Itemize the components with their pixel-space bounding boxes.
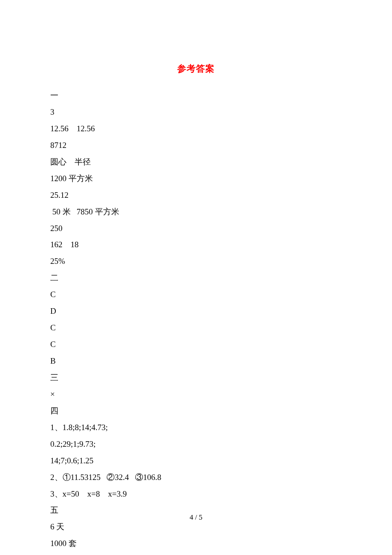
answer-line: C	[50, 320, 342, 336]
section-header-2: 二	[50, 270, 342, 286]
answer-line: 8712	[50, 137, 342, 154]
answer-line: ×	[50, 386, 342, 403]
answer-line: 14;7;0.6;1.25	[50, 453, 342, 469]
section-header-3: 三	[50, 370, 342, 386]
answer-line: 25%	[50, 253, 342, 270]
answer-line: 1、1.8;8;14;4.73;	[50, 419, 342, 436]
answer-line: 250	[50, 220, 342, 237]
answer-line: 50 米 7850 平方米	[50, 204, 342, 220]
section-header-4: 四	[50, 403, 342, 419]
document-page: 参考答案 一 3 12.56 12.56 8712 圆心 半径 1200 平方米…	[0, 0, 392, 555]
answer-line: B	[50, 353, 342, 370]
answer-line: C	[50, 286, 342, 303]
answer-line: 3、x=50 x=8 x=3.9	[50, 486, 342, 503]
page-number: 4 / 5	[0, 510, 392, 525]
answer-line: 2、①11.53125 ②32.4 ③106.8	[50, 469, 342, 486]
answer-line: 0.2;29;1;9.73;	[50, 436, 342, 453]
answer-line: 12.56 12.56	[50, 121, 342, 137]
answer-line: 25.12	[50, 187, 342, 204]
answer-line: 162 18	[50, 237, 342, 253]
answer-line: 1000 套	[50, 535, 342, 552]
answer-line: C	[50, 336, 342, 353]
answer-line: 3	[50, 104, 342, 121]
section-header-1: 一	[50, 87, 342, 104]
answer-line: D	[50, 303, 342, 320]
answer-line: 圆心 半径	[50, 154, 342, 171]
answer-line: 选射程 10 米的装置；安装在草坪中心处。	[50, 552, 342, 555]
answer-line: 1200 平方米	[50, 171, 342, 187]
document-title: 参考答案	[50, 60, 342, 78]
